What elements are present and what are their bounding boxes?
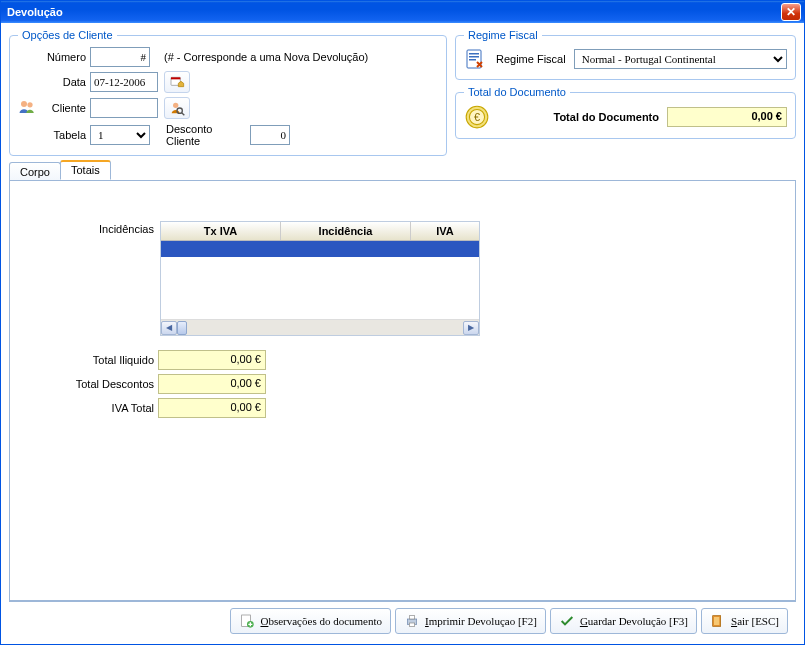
numero-hint: (# - Corresponde a uma Nova Devolução) [164,51,438,63]
grid-header: Tx IVA Incidência IVA [161,222,479,241]
calendar-home-icon [169,74,185,90]
tabela-label: Tabela [40,129,86,141]
svg-point-4 [173,103,178,108]
regime-fiscal-select[interactable]: Normal - Portugal Continental [574,49,787,69]
scroll-thumb[interactable] [177,321,187,335]
total-doc-value: 0,00 € [667,107,787,127]
svg-rect-18 [409,623,414,626]
desconto-input[interactable] [250,125,290,145]
numero-label: Número [40,51,86,63]
col-iva: IVA [411,222,479,240]
total-iliquido-label: Total Iliquido [22,354,154,366]
data-label: Data [40,76,86,88]
svg-point-0 [21,101,27,107]
regime-fiscal-group: Regime Fiscal Regime Fiscal Normal - Por… [455,29,796,80]
scroll-left-icon[interactable]: ◀ [161,321,177,335]
incidencias-grid[interactable]: Tx IVA Incidência IVA ◀ ▶ [160,221,480,336]
total-doc-group: Total do Documento € Total do Documento … [455,86,796,139]
cliente-input[interactable] [90,98,158,118]
coin-euro-icon: € [464,104,490,130]
tab-totais[interactable]: Totais [60,160,111,180]
close-button[interactable]: ✕ [781,3,801,21]
scroll-right-icon[interactable]: ▶ [463,321,479,335]
tabpage-totais: Incidências Tx IVA Incidência IVA ◀ ▶ [9,180,796,601]
observacoes-button[interactable]: Observações do documento [230,608,391,634]
client-options-group: Opções de Cliente Número (# - Corr [9,29,447,156]
regime-fiscal-legend: Regime Fiscal [464,29,542,41]
col-tx-iva: Tx IVA [161,222,281,240]
imprimir-button[interactable]: Imprimir Devoluçao [F2] [395,608,546,634]
search-user-icon [169,100,185,116]
svg-line-6 [182,113,185,116]
client-options-legend: Opções de Cliente [18,29,117,41]
grid-body[interactable] [161,241,479,319]
total-doc-label: Total do Documento [498,111,659,123]
total-iliquido-value: 0,00 € [158,350,266,370]
exit-icon [710,613,726,629]
total-descontos-value: 0,00 € [158,374,266,394]
regime-fiscal-label: Regime Fiscal [496,53,566,65]
iva-total-label: IVA Total [22,402,154,414]
footer-buttons: Observações do documento Imprimir Devolu… [9,601,796,640]
grid-row-selected[interactable] [161,241,479,257]
document-icon [464,47,488,71]
svg-rect-9 [469,56,479,58]
cliente-label: Cliente [40,102,86,114]
data-input[interactable] [90,72,158,92]
total-doc-legend: Total do Documento [464,86,570,98]
title-bar: Devolução ✕ [1,1,804,23]
guardar-button[interactable]: Guardar Devolução [F3] [550,608,697,634]
sair-button[interactable]: Sair [ESC] [701,608,788,634]
incidencias-label: Incidências [22,221,154,336]
check-icon [559,613,575,629]
svg-rect-20 [714,617,719,625]
iva-total-value: 0,00 € [158,398,266,418]
desconto-label: Desconto Cliente [164,123,246,147]
window-title: Devolução [7,6,781,18]
search-client-button[interactable] [164,97,190,119]
svg-rect-8 [469,53,479,55]
note-add-icon [239,613,255,629]
svg-rect-17 [409,616,414,619]
svg-rect-3 [171,77,180,79]
printer-icon [404,613,420,629]
tab-corpo[interactable]: Corpo [9,162,61,181]
tabela-select[interactable]: 1 [90,125,150,145]
col-incidencia: Incidência [281,222,411,240]
users-icon [18,96,36,118]
grid-h-scrollbar[interactable]: ◀ ▶ [161,319,479,335]
svg-point-1 [27,102,32,107]
svg-rect-10 [469,59,476,61]
total-descontos-label: Total Descontos [22,378,154,390]
svg-text:€: € [474,111,480,123]
numero-input[interactable] [90,47,150,67]
calendar-button[interactable] [164,71,190,93]
